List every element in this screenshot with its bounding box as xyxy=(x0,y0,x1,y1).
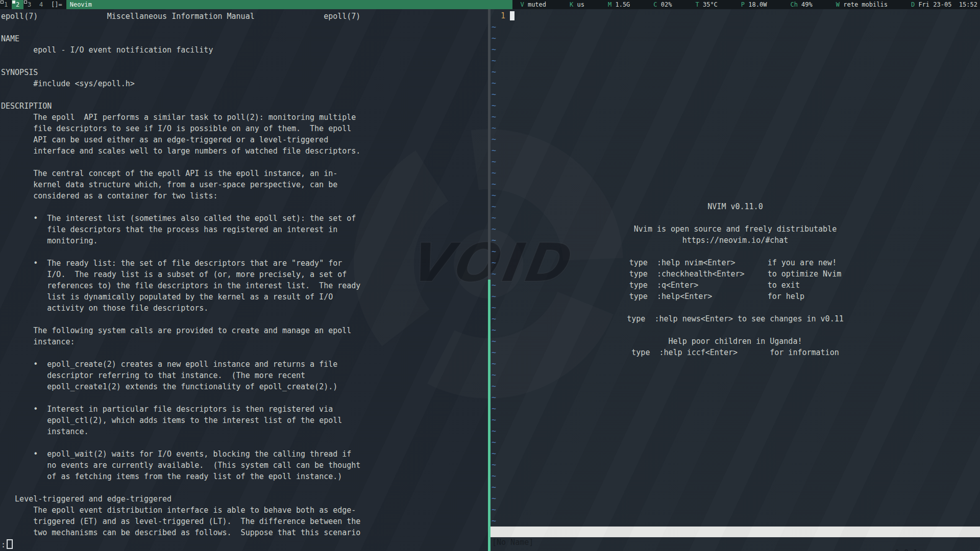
text-line: list is dynamically populated by the ker… xyxy=(1,292,488,304)
statusline-filename: [No Name] xyxy=(492,537,533,548)
status-module-label: T xyxy=(695,1,699,8)
text-line xyxy=(491,303,980,314)
empty-line-tilde: ~ xyxy=(492,191,980,202)
text-line xyxy=(1,203,488,214)
text-line xyxy=(1,438,488,449)
text-line: activity on those file descriptors. xyxy=(1,304,488,315)
block-cursor xyxy=(510,11,514,20)
layout-symbol[interactable]: []= xyxy=(47,0,66,9)
empty-line-tilde: ~ xyxy=(492,382,980,393)
text-line: epoll(7) Miscellaneous Information Manua… xyxy=(1,12,488,23)
text-line: two mechanisms can be described as follo… xyxy=(1,528,488,539)
text-line xyxy=(491,213,980,224)
status-module-value: rete mobilis xyxy=(840,1,888,8)
text-line: file descriptors that the process has re… xyxy=(1,225,488,236)
empty-line-tilde: ~ xyxy=(492,157,980,168)
text-line xyxy=(491,247,980,258)
status-module-ch: Ch 49% xyxy=(790,0,812,9)
text-line: I/O. The ready list is a subset of (or, … xyxy=(1,270,488,281)
text-line: type :help iccf<Enter> for information xyxy=(491,348,980,359)
text-line: • epoll_wait(2) waits for I/O events, bl… xyxy=(1,449,488,461)
empty-line-tilde: ~ xyxy=(492,415,980,427)
text-line: epoll - I/O event notification facility xyxy=(1,45,488,57)
text-line xyxy=(1,57,488,68)
neovim-statusline: [No Name] 0,0-1 All xyxy=(491,527,980,537)
empty-line-tilde: ~ xyxy=(492,101,980,112)
empty-line-tilde: ~ xyxy=(492,460,980,471)
empty-line-tilde: ~ xyxy=(492,135,980,146)
empty-line-tilde: ~ xyxy=(492,505,980,516)
text-line: #include <sys/epoll.h> xyxy=(1,79,488,90)
empty-line-tilde: ~ xyxy=(492,449,980,460)
empty-line-tilde: ~ xyxy=(492,56,980,67)
status-bar: 1234 []= Neovim V mutedK usM 1.5GC 02%T … xyxy=(0,0,980,9)
empty-line-tilde: ~ xyxy=(492,370,980,382)
empty-line-tilde: ~ xyxy=(492,67,980,79)
text-line: Level-triggered and edge-triggered xyxy=(1,494,488,506)
text-line: no events are currently available. (This… xyxy=(1,461,488,472)
text-line: type :checkhealth<Enter> to optimize Nvi… xyxy=(491,269,980,281)
tag-label: 1 xyxy=(4,1,8,8)
text-line: descriptor referring to that instance. (… xyxy=(1,371,488,382)
text-line: • Interest in particular file descriptor… xyxy=(1,405,488,416)
text-line: https://neovim.io/#chat xyxy=(491,236,980,247)
empty-line-tilde: ~ xyxy=(492,79,980,90)
tag-occupied-indicator xyxy=(12,1,15,4)
workspace-tag-1[interactable]: 1 xyxy=(0,0,12,9)
empty-line-tilde: ~ xyxy=(492,123,980,135)
text-line: Nvim is open source and freely distribut… xyxy=(491,224,980,236)
status-module-k: K us xyxy=(570,0,584,9)
text-line: considered as a container for two lists: xyxy=(1,191,488,203)
empty-line-tilde: ~ xyxy=(492,494,980,505)
man-page-text: epoll(7) Miscellaneous Information Manua… xyxy=(0,9,488,550)
workspace-tag-2[interactable]: 2 xyxy=(12,0,23,9)
empty-line-tilde: ~ xyxy=(492,516,980,528)
window-divider[interactable] xyxy=(488,9,491,551)
tag-occupied-indicator xyxy=(24,1,27,4)
text-line xyxy=(491,325,980,337)
text-line xyxy=(1,23,488,34)
text-line: references to) the file descriptors in t… xyxy=(1,281,488,292)
text-line: The epoll event distribution interface i… xyxy=(1,506,488,517)
empty-line-tilde: ~ xyxy=(492,471,980,483)
workspace-tag-3[interactable]: 3 xyxy=(23,0,35,9)
text-line: • epoll_create(2) creates a new epoll in… xyxy=(1,360,488,371)
text-line: instance: xyxy=(1,337,488,348)
text-line: kernel data structure which, from a user… xyxy=(1,180,488,191)
empty-line-tilde: ~ xyxy=(492,112,980,123)
tag-occupied-indicator xyxy=(1,1,4,4)
status-modules: V mutedK usM 1.5GC 02%T 35°CP 18.0WCh 49… xyxy=(512,0,980,9)
text-line: SYNOPSIS xyxy=(1,68,488,79)
status-module-value: 49% xyxy=(798,1,813,8)
tag-label: 2 xyxy=(16,1,19,8)
text-line: • The interest list (sometimes also call… xyxy=(1,214,488,225)
text-line xyxy=(1,393,488,405)
text-line: type :help news<Enter> to see changes in… xyxy=(491,314,980,325)
divider-gray-segment xyxy=(488,9,491,280)
text-line: NAME xyxy=(1,34,488,45)
neovim-window[interactable]: 1 ~~~~~~~~~~~~~~~~~~~~~~~~~~~~~~~~~~~~~~… xyxy=(491,9,980,551)
empty-line-tilde: ~ xyxy=(492,34,980,45)
buffer-line-1: 1 xyxy=(492,11,980,22)
text-line xyxy=(1,348,488,360)
empty-line-tilde: ~ xyxy=(492,146,980,157)
text-line: file descriptors to see if I/O is possib… xyxy=(1,124,488,135)
status-module-w: W rete mobilis xyxy=(836,0,888,9)
empty-line-tilde: ~ xyxy=(492,438,980,449)
status-module-m: M 1.5G xyxy=(608,0,630,9)
line-number: 1 xyxy=(492,11,510,20)
empty-line-tilde: ~ xyxy=(492,393,980,404)
workspace-tag-4[interactable]: 4 xyxy=(35,0,47,9)
man-page-terminal-window[interactable]: epoll(7) Miscellaneous Information Manua… xyxy=(0,9,488,551)
workspace-tags: 1234 xyxy=(0,0,47,9)
status-module-value: 1.5G xyxy=(611,1,630,8)
text-line: API can be used either as an edge-trigge… xyxy=(1,135,488,146)
text-line: : xyxy=(1,539,488,550)
status-module-label: C xyxy=(653,1,657,8)
status-module-label: P xyxy=(741,1,745,8)
text-line: type :help nvim<Enter> if you are new! xyxy=(491,258,980,269)
empty-line-tilde: ~ xyxy=(492,45,980,56)
status-module-value: Fri 23-05 15:52 xyxy=(915,1,977,8)
tag-label: 3 xyxy=(28,1,31,8)
text-line: epoll_ctl(2), which adds items to the in… xyxy=(1,416,488,427)
